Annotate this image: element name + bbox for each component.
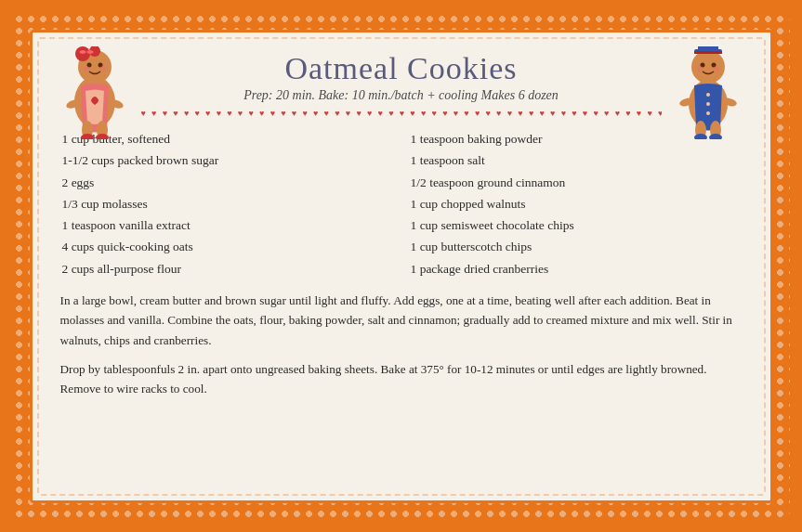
list-item: 1/3 cup molasses [62,193,392,214]
ingredients-right-list: 1 teaspoon baking powder 1 teaspoon salt… [411,129,741,280]
svg-point-7 [100,66,106,71]
recipe-subtitle: Prep: 20 min. Bake: 10 min./batch + cool… [141,88,662,103]
directions-para2: Drop by tablespoonfuls 2 in. apart onto … [60,359,743,398]
list-item: 1 teaspoon salt [411,150,741,172]
svg-point-21 [697,66,703,71]
header-section: Oatmeal Cookies Prep: 20 min. Bake: 10 m… [53,51,750,129]
svg-point-22 [714,66,719,71]
ingredients-left-list: 1 cup butter, softened 1-1/2 cups packed… [62,129,392,280]
list-item: 2 eggs [62,172,392,193]
svg-point-24 [706,102,710,106]
list-item: 1 cup chopped walnuts [411,193,741,214]
list-item: 1 package dried cranberries [411,258,741,279]
svg-point-23 [706,93,710,97]
svg-point-15 [691,50,725,84]
gingerbread-boy [666,46,750,139]
gingerbread-girl [53,46,137,139]
svg-point-6 [84,66,89,71]
card-outer-wrapper: Oatmeal Cookies Prep: 20 min. Bake: 10 m… [13,13,790,520]
ingredients-right-col: 1 teaspoon baking powder 1 teaspoon salt… [411,129,741,280]
list-item: 1/2 teaspoon ground cinnamon [411,172,741,193]
list-item: 1 cup butterscotch chips [411,237,741,258]
recipe-title: Oatmeal Cookies [141,51,662,86]
directions-section: In a large bowl, cream butter and brown … [53,291,750,408]
ingredients-section: 1 cup butter, softened 1-1/2 cups packed… [53,129,750,280]
svg-rect-18 [694,51,722,54]
svg-point-25 [706,111,710,115]
list-item: 2 cups all-purpose flour [62,258,392,279]
ingredients-left-col: 1 cup butter, softened 1-1/2 cups packed… [62,129,392,280]
directions-para1: In a large bowl, cream butter and brown … [60,291,743,349]
list-item: 1 cup semisweet chocolate chips [411,215,741,237]
recipe-card: Oatmeal Cookies Prep: 20 min. Bake: 10 m… [30,30,773,503]
list-item: 4 cups quick-cooking oats [62,237,392,258]
heart-divider: ♥ ♥ ♥ ♥ ♥ ♥ ♥ ♥ ♥ ♥ ♥ ♥ ♥ ♥ ♥ ♥ ♥ ♥ ♥ ♥ … [141,109,662,118]
content-area: Oatmeal Cookies Prep: 20 min. Bake: 10 m… [53,51,750,482]
list-item: 1-1/2 cups packed brown sugar [62,150,392,172]
list-item: 1 teaspoon vanilla extract [62,215,392,237]
